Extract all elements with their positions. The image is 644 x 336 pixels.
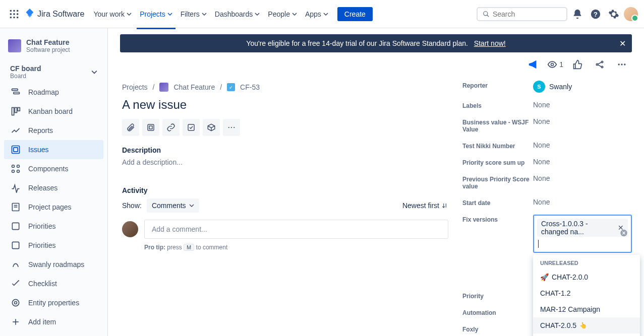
field-prev-priority[interactable]: Previous Priority Score value None xyxy=(462,170,632,194)
activity-filter-dropdown[interactable]: Comments xyxy=(147,198,199,213)
share-icon[interactable] xyxy=(592,56,608,73)
sidebar-item-priorities-2[interactable]: Priorities xyxy=(4,236,103,255)
sidebar-board-selector[interactable]: CF board Board xyxy=(4,61,103,83)
nav-dashboards[interactable]: Dashboards xyxy=(212,6,263,22)
box-action-button[interactable] xyxy=(203,119,220,136)
jira-logo[interactable]: Jira Software xyxy=(24,9,84,20)
project-header[interactable]: Chat Feature Software project xyxy=(4,38,103,61)
svg-point-9 xyxy=(484,11,488,15)
sidebar-item-issues[interactable]: Issues xyxy=(4,140,103,159)
nav-apps[interactable]: Apps xyxy=(302,6,331,22)
notifications-icon[interactable] xyxy=(569,6,586,22)
field-fix-versions: Fix versions Cross-1.0.0.3 - changed na.… xyxy=(462,211,632,257)
breadcrumb-project[interactable]: Chat Feature xyxy=(173,83,215,91)
components-icon xyxy=(10,163,21,174)
svg-rect-7 xyxy=(13,17,15,18)
settings-icon[interactable] xyxy=(606,6,622,22)
sidebar-item-reports[interactable]: Reports xyxy=(4,121,103,140)
breadcrumb-projects[interactable]: Projects xyxy=(122,83,148,91)
banner-close-icon[interactable]: ✕ xyxy=(619,39,626,48)
svg-rect-0 xyxy=(10,10,12,11)
description-input[interactable]: Add a description... xyxy=(122,158,448,166)
field-priority-score[interactable]: Priority score sum up None xyxy=(462,154,632,170)
link-button[interactable] xyxy=(162,119,180,136)
watch-button[interactable]: 1 xyxy=(547,59,563,70)
dropdown-option[interactable]: 🚀CHAT-2.0.0 xyxy=(533,269,640,285)
sidebar-item-priorities[interactable]: Priorities xyxy=(4,217,103,236)
sidebar-add-item[interactable]: Add item xyxy=(4,312,103,331)
trial-banner: You're eligible for a free 14-day trial … xyxy=(120,34,632,52)
nav-filters[interactable]: Filters xyxy=(178,6,210,22)
svg-point-30 xyxy=(15,302,17,304)
fix-versions-input[interactable]: Cross-1.0.0.3 - changed na... ✕ xyxy=(533,215,632,253)
dropdown-option[interactable]: MAR-12 Campaign xyxy=(533,301,640,317)
add-child-button[interactable] xyxy=(142,119,159,136)
comment-input[interactable]: Add a comment... xyxy=(144,220,448,239)
fix-versions-dropdown: UNRELEASED 🚀CHAT-2.0.0 CHAT-1.2 MAR-12 C… xyxy=(533,255,640,336)
reports-icon xyxy=(10,125,21,136)
sidebar-item-entity[interactable]: Entity properties xyxy=(4,293,103,312)
clear-all-icon[interactable] xyxy=(620,229,628,239)
main-content: You're eligible for a free 14-day trial … xyxy=(108,28,644,336)
app-switcher-icon[interactable] xyxy=(6,6,22,22)
svg-point-35 xyxy=(601,61,603,62)
svg-rect-27 xyxy=(12,223,19,229)
task-type-icon: ✓ xyxy=(227,83,235,91)
sidebar-item-releases[interactable]: Releases xyxy=(4,178,103,197)
field-labels[interactable]: Labels None xyxy=(462,97,632,113)
svg-point-47 xyxy=(231,127,232,128)
search-input-container[interactable] xyxy=(477,7,567,21)
like-icon[interactable] xyxy=(569,56,586,73)
sidebar-item-pages[interactable]: Project pages xyxy=(4,197,103,217)
sort-button[interactable]: Newest first xyxy=(402,201,448,210)
svg-rect-14 xyxy=(14,92,20,94)
svg-rect-2 xyxy=(17,10,18,11)
dropdown-option[interactable]: CHAT-2.0.5👆 xyxy=(533,317,640,333)
svg-point-46 xyxy=(228,127,229,128)
field-test-nikki[interactable]: Test Nikki Number None xyxy=(462,137,632,154)
show-label: Show: xyxy=(122,201,142,210)
dropdown-option[interactable]: CHAT-1.2 xyxy=(533,285,640,301)
breadcrumb-issue-key[interactable]: CF-53 xyxy=(240,83,260,91)
issue-title[interactable]: A new issue xyxy=(122,98,448,112)
svg-rect-18 xyxy=(12,146,20,154)
priorities-icon xyxy=(10,221,21,232)
svg-rect-43 xyxy=(149,126,152,129)
more-actions-icon[interactable] xyxy=(614,56,630,73)
sidebar-item-swanly[interactable]: Swanly roadmaps xyxy=(4,255,103,274)
banner-cta-link[interactable]: Start now! xyxy=(474,39,506,47)
priorities-icon xyxy=(10,240,21,251)
create-button[interactable]: Create xyxy=(337,7,373,21)
project-icon xyxy=(159,83,168,92)
sidebar-item-components[interactable]: Components xyxy=(4,159,103,178)
entity-icon xyxy=(10,297,21,308)
svg-line-37 xyxy=(598,62,602,64)
plus-icon xyxy=(10,316,21,327)
svg-line-10 xyxy=(487,15,489,16)
nav-people[interactable]: People xyxy=(265,6,300,22)
user-avatar[interactable] xyxy=(624,7,638,21)
chevron-down-icon xyxy=(189,204,194,207)
nav-projects[interactable]: Projects xyxy=(137,6,175,22)
nav-your-work[interactable]: Your work xyxy=(90,6,135,22)
project-avatar-icon xyxy=(8,39,21,52)
sidebar-item-roadmap[interactable]: Roadmap xyxy=(4,83,103,102)
field-business-value[interactable]: Business value - WSJF Value None xyxy=(462,113,632,137)
checklist-action-button[interactable] xyxy=(183,119,200,136)
svg-text:?: ? xyxy=(594,10,598,18)
feedback-icon[interactable] xyxy=(525,56,541,73)
board-icon xyxy=(10,106,21,117)
field-start-date[interactable]: Start date None xyxy=(462,194,632,211)
attach-button[interactable] xyxy=(122,119,139,136)
dropdown-option[interactable]: CHAT-4.0.0 xyxy=(533,333,640,336)
more-actions-button[interactable] xyxy=(223,119,240,136)
pages-icon xyxy=(10,201,21,213)
help-icon[interactable]: ? xyxy=(588,6,604,22)
field-reporter[interactable]: Reporter S Swanly xyxy=(462,77,632,97)
sidebar: Chat Feature Software project CF board B… xyxy=(0,28,108,336)
search-input[interactable] xyxy=(493,10,561,18)
sidebar-item-checklist[interactable]: Checklist xyxy=(4,274,103,293)
sidebar-item-kanban[interactable]: Kanban board xyxy=(4,102,103,121)
svg-point-29 xyxy=(12,299,19,306)
svg-point-41 xyxy=(624,63,625,65)
